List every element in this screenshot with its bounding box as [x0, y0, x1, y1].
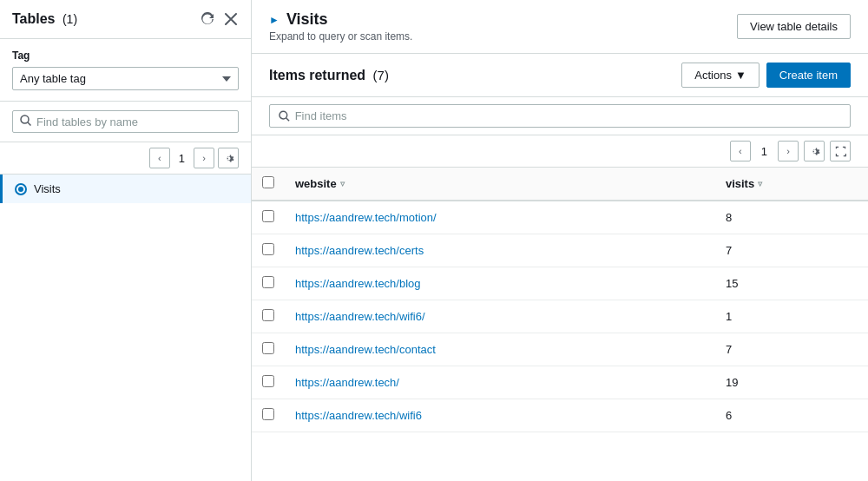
tag-section: Tag Any table tag	[0, 39, 251, 102]
table-row: https://aandrew.tech/blog 15	[252, 267, 868, 300]
view-table-details-button[interactable]: View table details	[737, 14, 851, 39]
select-all-checkbox[interactable]	[262, 176, 274, 188]
actions-button[interactable]: Actions ▼	[681, 63, 760, 88]
header-visits: visits ▿	[715, 168, 868, 201]
row-website-cell: https://aandrew.tech/motion/	[285, 201, 715, 234]
row-checkbox-2[interactable]	[262, 276, 274, 288]
website-link-4[interactable]: https://aandrew.tech/contact	[295, 343, 436, 356]
table-row: https://aandrew.tech/wifi6/ 1	[252, 300, 868, 333]
row-checkbox-cell	[252, 399, 285, 432]
table-subtitle: Expand to query or scan items.	[269, 30, 412, 43]
refresh-button[interactable]	[199, 10, 216, 28]
row-checkbox-0[interactable]	[262, 210, 274, 222]
find-bar	[252, 97, 868, 135]
dropdown-arrow-icon: ▼	[735, 69, 746, 82]
actions-label: Actions	[694, 69, 732, 82]
row-visits-cell: 15	[715, 267, 868, 300]
website-link-2[interactable]: https://aandrew.tech/blog	[295, 277, 421, 290]
tag-select[interactable]: Any table tag	[12, 67, 239, 90]
table-name-row: ► Visits	[269, 10, 412, 29]
sidebar-count: (1)	[62, 12, 77, 26]
row-checkbox-cell	[252, 333, 285, 366]
table-row: https://aandrew.tech/wifi6 6	[252, 399, 868, 432]
close-icon	[225, 13, 237, 25]
tag-label: Tag	[12, 49, 239, 62]
row-checkbox-cell	[252, 366, 285, 399]
website-link-1[interactable]: https://aandrew.tech/certs	[295, 244, 424, 257]
row-checkbox-cell	[252, 267, 285, 300]
items-table: website ▿ visits ▿	[252, 168, 868, 432]
svg-point-0	[21, 115, 29, 123]
table-settings-button[interactable]	[804, 141, 825, 161]
tables-list: Visits	[0, 175, 251, 481]
expand-triangle-icon[interactable]: ►	[269, 14, 279, 26]
svg-point-2	[279, 111, 287, 119]
table-row: https://aandrew.tech/ 19	[252, 366, 868, 399]
svg-line-1	[28, 122, 31, 126]
website-link-6[interactable]: https://aandrew.tech/wifi6	[295, 409, 422, 422]
items-returned-label: Items returned (7)	[269, 68, 389, 83]
settings-button[interactable]	[218, 148, 239, 168]
col-website-label: website	[295, 177, 337, 190]
toolbar: Items returned (7) Actions ▼ Create item	[252, 54, 868, 97]
table-settings-icon	[809, 146, 820, 157]
next-page-button[interactable]: ›	[194, 148, 214, 168]
col-visits-label: visits	[726, 177, 754, 190]
find-input-wrap	[269, 104, 851, 128]
create-item-button[interactable]: Create item	[766, 63, 851, 88]
fullscreen-button[interactable]	[830, 141, 851, 161]
toolbar-actions: Actions ▼ Create item	[681, 63, 851, 88]
row-checkbox-3[interactable]	[262, 309, 274, 321]
main-content: ► Visits Expand to query or scan items. …	[252, 0, 868, 481]
search-section	[0, 102, 251, 142]
row-website-cell: https://aandrew.tech/blog	[285, 267, 715, 300]
find-search-icon	[279, 110, 290, 122]
website-link-5[interactable]: https://aandrew.tech/	[295, 376, 399, 389]
website-link-0[interactable]: https://aandrew.tech/motion/	[295, 211, 437, 224]
row-visits-cell: 19	[715, 366, 868, 399]
sidebar-title: Tables (1)	[12, 11, 77, 27]
items-returned-text: Items returned	[269, 68, 365, 82]
svg-line-3	[286, 118, 289, 121]
header-website: website ▿	[285, 168, 715, 201]
row-website-cell: https://aandrew.tech/wifi6/	[285, 300, 715, 333]
close-button[interactable]	[223, 11, 239, 27]
row-checkbox-cell	[252, 234, 285, 267]
row-checkbox-1[interactable]	[262, 243, 274, 255]
table-pagination: ‹ 1 ›	[252, 135, 868, 168]
website-link-3[interactable]: https://aandrew.tech/wifi6/	[295, 310, 425, 323]
table-name-section: ► Visits Expand to query or scan items.	[269, 10, 412, 43]
table-item-visits[interactable]: Visits	[0, 175, 251, 203]
row-visits-cell: 1	[715, 300, 868, 333]
website-sort-icon[interactable]: ▿	[340, 179, 345, 188]
table-name-title: Visits	[286, 10, 328, 29]
main-header: ► Visits Expand to query or scan items. …	[252, 0, 868, 54]
settings-icon	[223, 153, 234, 164]
row-checkbox-4[interactable]	[262, 342, 274, 354]
row-visits-cell: 7	[715, 333, 868, 366]
row-website-cell: https://aandrew.tech/wifi6	[285, 399, 715, 432]
table-row: https://aandrew.tech/certs 7	[252, 234, 868, 267]
table-body: https://aandrew.tech/motion/ 8 https://a…	[252, 201, 868, 432]
row-checkbox-6[interactable]	[262, 408, 274, 420]
search-icon	[20, 115, 31, 128]
row-visits-cell: 6	[715, 399, 868, 432]
row-website-cell: https://aandrew.tech/certs	[285, 234, 715, 267]
row-checkbox-5[interactable]	[262, 375, 274, 387]
table-page-number: 1	[756, 145, 773, 158]
visits-sort-icon[interactable]: ▿	[758, 179, 762, 188]
find-items-input[interactable]	[295, 109, 841, 122]
sidebar-title-text: Tables	[12, 11, 56, 26]
table-name-visits: Visits	[34, 182, 61, 195]
row-visits-cell: 8	[715, 201, 868, 234]
find-tables-input[interactable]	[36, 115, 231, 128]
row-website-cell: https://aandrew.tech/contact	[285, 333, 715, 366]
prev-page-button[interactable]: ‹	[149, 148, 170, 168]
sidebar: Tables (1) Tag Any table tag	[0, 0, 252, 481]
data-table: website ▿ visits ▿	[252, 168, 868, 481]
sidebar-header: Tables (1)	[0, 0, 251, 39]
table-next-page-button[interactable]: ›	[778, 141, 799, 161]
search-box	[12, 110, 239, 133]
table-prev-page-button[interactable]: ‹	[730, 141, 751, 161]
table-header-row: website ▿ visits ▿	[252, 168, 868, 201]
